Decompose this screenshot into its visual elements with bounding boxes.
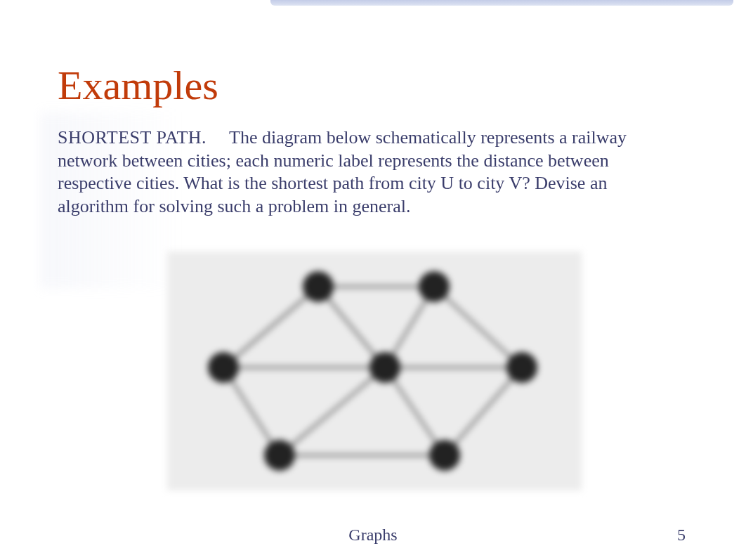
graph-node (506, 352, 537, 383)
graph-edge (385, 367, 445, 455)
graph-edge (318, 287, 385, 367)
footer-page-number: 5 (677, 526, 686, 545)
graph-svg (167, 252, 582, 490)
slide-title: Examples (58, 62, 218, 109)
graph-node (429, 440, 460, 471)
slide-content: Examples SHORTEST PATH. The diagram belo… (0, 0, 746, 560)
graph-nodes (208, 271, 537, 471)
graph-diagram (167, 252, 582, 490)
graph-node (208, 352, 239, 383)
graph-edge (280, 367, 385, 455)
graph-edge (223, 367, 280, 455)
graph-edge (434, 287, 522, 367)
problem-label: SHORTEST PATH. (58, 127, 207, 148)
graph-edge (445, 367, 522, 455)
footer-title: Graphs (0, 526, 746, 545)
graph-node (303, 271, 334, 302)
slide-body: SHORTEST PATH. The diagram below schemat… (58, 126, 641, 218)
graph-node (419, 271, 450, 302)
graph-edge (223, 287, 318, 367)
graph-node (264, 440, 295, 471)
graph-node (369, 352, 400, 383)
